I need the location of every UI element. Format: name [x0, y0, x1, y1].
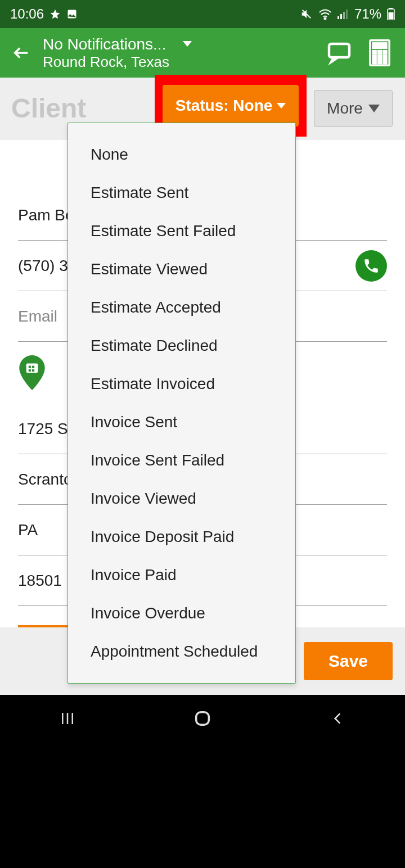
- svg-rect-15: [384, 51, 386, 54]
- chevron-down-icon: [368, 105, 380, 112]
- image-icon: [66, 8, 78, 20]
- more-button[interactable]: More: [314, 90, 393, 127]
- status-bar: 10:06 71%: [0, 0, 405, 28]
- status-option[interactable]: Estimate Sent: [68, 174, 295, 212]
- status-option[interactable]: Estimate Sent Failed: [68, 212, 295, 250]
- mute-icon: [300, 8, 313, 20]
- status-option[interactable]: Appointment Scheduled: [68, 632, 295, 671]
- svg-rect-18: [384, 56, 386, 58]
- home-button[interactable]: [180, 704, 225, 733]
- signal-icon: [338, 9, 349, 19]
- status-button-label: Status: None: [176, 97, 273, 115]
- battery-percent: 71%: [354, 6, 381, 22]
- status-time: 10:06: [10, 6, 44, 22]
- svg-rect-10: [329, 44, 349, 57]
- svg-rect-12: [373, 43, 386, 48]
- chat-button[interactable]: [324, 38, 354, 68]
- status-option[interactable]: Estimate Invoiced: [68, 365, 295, 403]
- android-back-button[interactable]: [315, 704, 360, 733]
- dial-phone1-button[interactable]: [356, 250, 387, 282]
- svg-rect-5: [343, 12, 345, 19]
- status-option[interactable]: None: [68, 135, 295, 174]
- wifi-icon: [318, 8, 332, 20]
- svg-rect-25: [29, 369, 31, 372]
- svg-point-2: [324, 18, 326, 20]
- svg-rect-6: [346, 10, 348, 19]
- svg-rect-16: [373, 56, 376, 58]
- save-button[interactable]: Save: [304, 642, 393, 680]
- status-option[interactable]: Estimate Declined: [68, 327, 295, 365]
- android-nav-bar: [0, 695, 405, 742]
- status-dropdown-menu: None Estimate Sent Estimate Sent Failed …: [68, 123, 296, 684]
- svg-rect-26: [32, 369, 34, 372]
- svg-rect-21: [384, 61, 386, 64]
- battery-icon: [387, 8, 395, 20]
- svg-rect-30: [196, 712, 209, 725]
- svg-rect-23: [29, 366, 31, 368]
- svg-rect-13: [373, 51, 376, 54]
- more-button-label: More: [327, 100, 363, 117]
- svg-rect-20: [378, 61, 381, 64]
- save-button-label: Save: [328, 652, 368, 670]
- svg-rect-24: [32, 366, 34, 368]
- map-pin-icon: [18, 355, 46, 390]
- appbar-title-line1: No Notifications...: [43, 35, 166, 54]
- recents-button[interactable]: [45, 704, 90, 733]
- svg-rect-17: [378, 56, 381, 58]
- svg-rect-9: [389, 12, 394, 20]
- status-option[interactable]: Invoice Deposit Paid: [68, 518, 295, 556]
- status-option[interactable]: Invoice Sent Failed: [68, 441, 295, 480]
- svg-rect-3: [338, 16, 339, 19]
- svg-rect-19: [373, 61, 376, 64]
- status-option[interactable]: Invoice Viewed: [68, 480, 295, 518]
- status-option[interactable]: Estimate Accepted: [68, 288, 295, 327]
- appbar-title-dropdown[interactable]: No Notifications... Round Rock, Texas: [43, 35, 314, 71]
- status-option[interactable]: Invoice Sent: [68, 403, 295, 441]
- chevron-down-icon: [183, 41, 192, 47]
- calculator-button[interactable]: [364, 38, 395, 68]
- appbar-title-line2: Round Rock, Texas: [43, 53, 314, 71]
- back-button[interactable]: [10, 42, 33, 64]
- svg-rect-4: [340, 14, 342, 19]
- star-icon: [50, 8, 61, 20]
- status-option[interactable]: Invoice Overdue: [68, 594, 295, 632]
- status-option[interactable]: Estimate Viewed: [68, 250, 295, 288]
- status-dropdown-button[interactable]: Status: None: [163, 85, 299, 126]
- chevron-down-icon: [277, 103, 286, 108]
- svg-rect-14: [378, 51, 381, 54]
- status-option[interactable]: Invoice Paid: [68, 556, 295, 594]
- app-bar: No Notifications... Round Rock, Texas: [0, 28, 405, 78]
